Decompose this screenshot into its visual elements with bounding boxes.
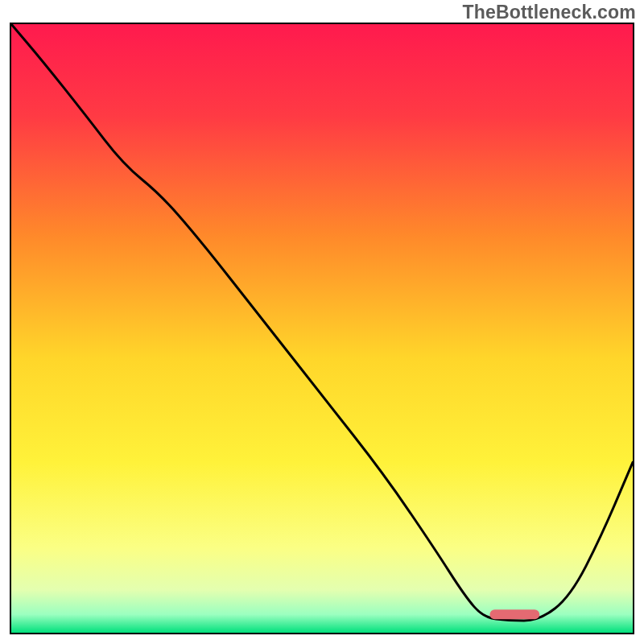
svg-rect-1 — [489, 609, 539, 619]
plot-area — [11, 24, 633, 633]
chart-frame: TheBottleneck.com — [0, 0, 644, 644]
optimal-range-marker — [11, 24, 633, 633]
plot-border — [10, 23, 634, 634]
attribution-label: TheBottleneck.com — [462, 2, 636, 23]
